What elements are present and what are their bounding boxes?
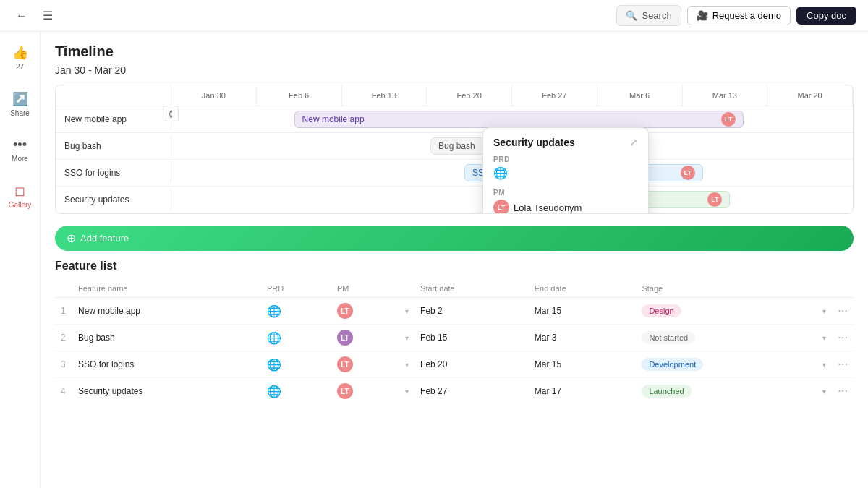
row-name-0: New mobile app	[72, 298, 261, 325]
bar-label-0: New mobile app	[302, 114, 365, 124]
request-demo-button[interactable]: 🎥 Request a demo	[687, 6, 791, 25]
row-num-2: 3	[55, 351, 72, 378]
popup-title: Security updates	[493, 137, 575, 148]
row-end-1: Mar 3	[529, 325, 637, 351]
chevron-down-icon-3: ▾	[405, 388, 409, 395]
stage-chevron-icon-0: ▾	[822, 307, 826, 315]
col-actions	[832, 280, 854, 298]
row-num-3: 4	[55, 378, 72, 405]
row-pm-chevron-1[interactable]: ▾	[399, 325, 414, 351]
top-bar-right: 🔍 Search 🎥 Request a demo Copy doc	[616, 5, 856, 26]
more-label: More	[12, 155, 28, 163]
row-end-2: Mar 15	[529, 351, 637, 378]
col-pm-chevron	[399, 280, 414, 298]
globe-icon-popup: 🌐	[493, 166, 508, 180]
row-start-2: Feb 20	[414, 351, 529, 378]
date-col-6: Mar 13	[683, 85, 768, 106]
col-num	[55, 280, 72, 298]
row-start-3: Feb 27	[414, 378, 529, 405]
row-stage-chevron-3[interactable]: ▾	[817, 378, 832, 405]
row-pm-chevron-2[interactable]: ▾	[399, 351, 414, 378]
share-label: Share	[10, 109, 30, 117]
timeline-header: Jan 30 Feb 6 Feb 13 Feb 20 Feb 27 Mar 6 …	[56, 85, 853, 106]
sidebar: 👍 27 ↗️ Share ••• More ◻ Gallery	[0, 32, 41, 488]
row-prd-0[interactable]: 🌐	[261, 298, 331, 325]
row-prd-2[interactable]: 🌐	[261, 351, 331, 378]
list-view-button[interactable]: ☰	[38, 6, 58, 26]
page-title: Timeline	[55, 43, 854, 60]
row-prd-3[interactable]: 🌐	[261, 378, 331, 405]
security-updates-popup: Security updates ⤢ PRD 🌐 PM	[482, 127, 649, 214]
stage-badge-2: Development	[642, 358, 703, 371]
bar-new-mobile-app[interactable]: New mobile app LT	[294, 111, 744, 128]
stage-chevron-icon-2: ▾	[822, 361, 826, 369]
timeline-row-name-0: New mobile app	[56, 108, 171, 130]
date-col-3: Feb 20	[427, 85, 512, 106]
detail-icon-0: ⋯	[838, 305, 848, 317]
copy-doc-button[interactable]: Copy doc	[796, 7, 856, 25]
row-avatar-0: LT	[337, 303, 353, 319]
row-stage-chevron-0[interactable]: ▾	[817, 298, 832, 325]
date-col-2: Feb 13	[342, 85, 427, 106]
sidebar-item-like[interactable]: 👍 27	[7, 40, 34, 75]
timeline-name-column-header	[56, 85, 171, 106]
popup-pm-field: PM LT Lola Tseudonym	[493, 189, 638, 214]
search-button[interactable]: 🔍 Search	[616, 5, 681, 26]
table-row: 1 New mobile app 🌐 LT ▾ Feb 2 Mar 15 Des…	[55, 298, 854, 325]
stage-badge-0: Design	[642, 304, 681, 317]
row-pm-chevron-3[interactable]: ▾	[399, 378, 414, 405]
timeline-dates-header: Jan 30 Feb 6 Feb 13 Feb 20 Feb 27 Mar 6 …	[171, 85, 853, 106]
row-detail-2[interactable]: ⋯	[832, 351, 854, 378]
sidebar-item-more[interactable]: ••• More	[6, 133, 34, 167]
demo-icon: 🎥	[697, 10, 708, 21]
feature-list-title: Feature list	[55, 260, 854, 273]
add-feature-label: Add feature	[80, 233, 129, 244]
col-prd: PRD	[261, 280, 331, 298]
sidebar-item-gallery[interactable]: ◻ Gallery	[3, 179, 38, 213]
feature-table: Feature name PRD PM Start date End date …	[55, 280, 854, 404]
row-prd-1[interactable]: 🌐	[261, 325, 331, 351]
row-pm-chevron-0[interactable]: ▾	[399, 298, 414, 325]
row-start-0: Feb 2	[414, 298, 529, 325]
search-label: Search	[642, 10, 671, 21]
stage-badge-1: Not started	[642, 331, 695, 344]
row-stage-chevron-1[interactable]: ▾	[817, 325, 832, 351]
row-start-1: Feb 15	[414, 325, 529, 351]
back-button[interactable]: ←	[12, 6, 32, 26]
sidebar-item-share[interactable]: ↗️ Share	[4, 87, 35, 121]
timeline-row-sso-for-logins: SSO for logins SSO for logins LT	[56, 160, 853, 187]
table-row: 4 Security updates 🌐 LT ▾ Feb 27 Mar 17 …	[55, 378, 854, 405]
row-avatar-2: LT	[337, 356, 353, 372]
stage-chevron-icon-1: ▾	[822, 334, 826, 342]
row-stage-2: Development	[636, 351, 817, 378]
row-detail-0[interactable]: ⋯	[832, 298, 854, 325]
globe-icon-1: 🌐	[267, 332, 281, 344]
row-stage-chevron-2[interactable]: ▾	[817, 351, 832, 378]
add-feature-button[interactable]: ⊕ Add feature	[55, 226, 854, 251]
col-feature-name: Feature name	[72, 280, 261, 298]
row-num-0: 1	[55, 298, 72, 325]
chevron-down-icon-0: ▾	[405, 307, 409, 315]
row-end-0: Mar 15	[529, 298, 637, 325]
popup-pm-value: LT Lola Tseudonym	[493, 200, 638, 214]
timeline-row-name-3: Security updates	[56, 189, 171, 210]
more-icon: •••	[13, 137, 27, 153]
globe-icon-0: 🌐	[267, 305, 281, 317]
col-end-date: End date	[529, 280, 637, 298]
date-col-5: Mar 6	[597, 85, 683, 106]
detail-icon-3: ⋯	[838, 385, 848, 397]
search-icon: 🔍	[626, 10, 637, 21]
row-detail-3[interactable]: ⋯	[832, 378, 854, 405]
popup-expand-button[interactable]: ⤢	[629, 137, 638, 148]
row-avatar-3: LT	[337, 383, 353, 399]
collapse-button[interactable]: ⟪	[163, 106, 179, 121]
share-icon: ↗️	[12, 91, 28, 107]
add-icon: ⊕	[67, 231, 76, 245]
globe-icon-2: 🌐	[267, 359, 281, 371]
chevron-down-icon-2: ▾	[405, 361, 409, 369]
top-bar-left: ← ☰	[12, 6, 58, 26]
row-name-1: Bug bash	[72, 325, 261, 351]
bar-label-1: Bug bash	[438, 141, 475, 151]
popup-pm-label: PM	[493, 189, 638, 197]
row-detail-1[interactable]: ⋯	[832, 325, 854, 351]
